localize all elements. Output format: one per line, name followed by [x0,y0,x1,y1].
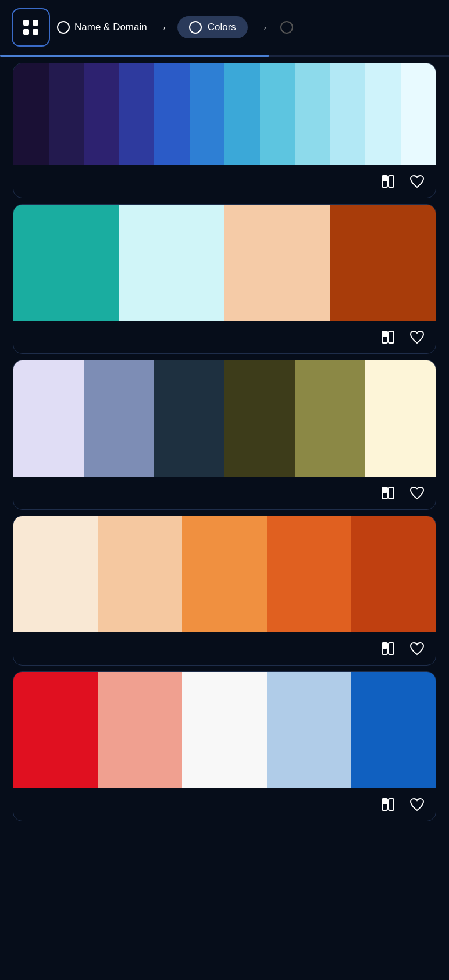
swatch-cream [365,360,436,477]
heart-icon-3 [409,485,425,501]
svg-rect-1 [33,20,38,26]
nav-label-colors: Colors [208,22,236,33]
swatch-red [13,672,98,788]
palette-lavender-dark [13,360,436,510]
swatch-light-blue [119,205,225,321]
customize-icon [380,173,396,189]
swatch-8 [295,63,330,165]
swatch-blue-grey [84,360,154,477]
svg-rect-12 [382,487,387,493]
svg-rect-6 [382,176,387,181]
swatch-salmon [98,672,182,788]
svg-rect-5 [389,176,394,187]
palette-blues [13,63,436,198]
palette-red-blue [13,671,436,821]
palette-orange-gradient-swatches [13,516,436,632]
palette-lavender-dark-favorite-button[interactable] [407,482,427,503]
heart-icon-5 [409,796,425,813]
svg-rect-18 [382,799,387,804]
palette-blues-swatches [13,63,436,165]
heart-icon-2 [409,329,425,345]
customize-icon-4 [380,641,396,657]
palette-blues-favorite-button[interactable] [407,171,427,192]
svg-rect-17 [389,799,394,810]
svg-rect-3 [33,29,38,35]
progress-bar-fill [0,55,269,57]
swatch-4 [154,63,190,165]
nav-step-name-domain[interactable]: Name & Domain [57,21,147,34]
swatch-lavender [13,360,84,477]
palette-red-blue-favorite-button[interactable] [407,794,427,815]
swatch-burnt-orange [351,516,436,632]
customize-icon-5 [380,796,396,813]
palette-lavender-dark-customize-button[interactable] [377,482,398,503]
swatch-3 [119,63,155,165]
svg-rect-14 [389,643,394,654]
palette-teal-peach-swatches [13,205,436,321]
nav-circle-name-domain [57,21,70,34]
swatch-light-orange [98,516,182,632]
nav-label-name-domain: Name & Domain [74,22,147,33]
heart-icon-4 [409,641,425,657]
swatch-2 [84,63,119,165]
svg-rect-2 [23,29,29,35]
grid-view-button[interactable] [12,8,50,47]
heart-icon [409,173,425,189]
palette-orange-gradient-customize-button[interactable] [377,638,398,659]
palette-orange-gradient [13,516,436,666]
nav-circle-next [280,21,293,34]
swatch-dark-teal [154,360,224,477]
svg-rect-8 [389,331,394,343]
swatch-11 [401,63,436,165]
nav-circle-colors [189,21,202,34]
palette-red-blue-actions [13,788,436,821]
svg-rect-15 [382,643,387,649]
swatch-orange [182,516,266,632]
progress-bar-container [0,55,449,57]
swatch-1 [49,63,84,165]
swatch-10 [365,63,401,165]
main-content [0,63,449,845]
swatch-dark-orange [267,516,351,632]
swatch-peach [224,205,330,321]
palette-blues-actions [13,165,436,198]
swatch-dark-olive [224,360,295,477]
svg-rect-9 [382,331,387,337]
grid-icon [22,18,40,37]
swatch-teal [13,205,119,321]
palette-orange-gradient-favorite-button[interactable] [407,638,427,659]
customize-icon-2 [380,329,396,345]
swatch-5 [190,63,225,165]
palette-teal-peach-actions [13,321,436,353]
nav-arrow-1: → [156,21,168,34]
swatch-6 [224,63,260,165]
palette-orange-gradient-actions [13,632,436,665]
svg-rect-11 [389,487,394,499]
header: Name & Domain → Colors → [0,0,449,55]
swatch-light-sky [267,672,351,788]
swatch-blue [351,672,436,788]
swatch-9 [330,63,366,165]
swatch-white [182,672,266,788]
palette-lavender-dark-actions [13,477,436,509]
swatch-cream-orange [13,516,98,632]
customize-icon-3 [380,485,396,501]
palette-red-blue-swatches [13,672,436,788]
palette-teal-peach [13,204,436,354]
palette-red-blue-customize-button[interactable] [377,794,398,815]
svg-rect-0 [23,20,29,26]
palette-lavender-dark-swatches [13,360,436,477]
swatch-tan [295,360,365,477]
palette-teal-peach-favorite-button[interactable] [407,327,427,348]
swatch-0 [13,63,49,165]
nav-step-colors[interactable]: Colors [177,16,248,38]
nav-arrow-2: → [257,21,269,34]
swatch-7 [260,63,295,165]
palette-blues-customize-button[interactable] [377,171,398,192]
palette-teal-peach-customize-button[interactable] [377,327,398,348]
swatch-brown [330,205,436,321]
